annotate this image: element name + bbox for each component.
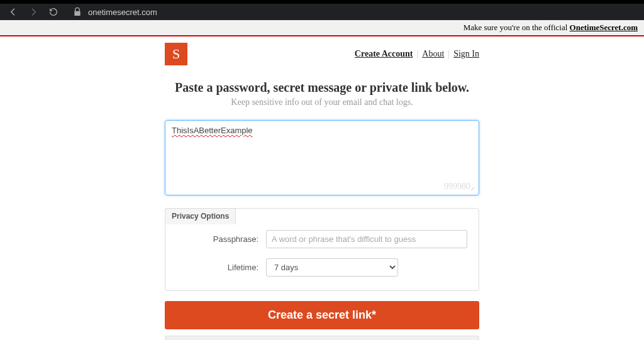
page-heading: Paste a password, secret message or priv… <box>165 80 479 95</box>
address-bar[interactable]: onetimesecret.com <box>72 6 157 18</box>
nav-separator: | <box>448 49 450 59</box>
secret-input-wrap: ThisIsABetterExample 999980 <box>165 120 479 195</box>
privacy-options-panel: Privacy Options Passphrase: Lifetime: 7 … <box>165 208 479 291</box>
privacy-options-tab: Privacy Options <box>165 208 236 224</box>
main-content: S Create Account | About | Sign In Paste… <box>165 43 479 340</box>
browser-toolbar: onetimesecret.com <box>0 0 644 20</box>
lifetime-label: Lifetime: <box>177 263 258 272</box>
nav-separator: | <box>417 49 419 59</box>
header-row: S Create Account | About | Sign In <box>165 43 479 65</box>
passphrase-label: Passphrase: <box>177 234 258 244</box>
banner-text: Make sure you're on the official <box>464 23 570 32</box>
passphrase-input[interactable] <box>266 230 467 248</box>
passphrase-row: Passphrase: <box>177 230 467 248</box>
back-icon[interactable] <box>8 6 19 18</box>
logo-letter: S <box>172 46 180 62</box>
secret-textarea[interactable]: ThisIsABetterExample <box>165 120 479 195</box>
reload-icon[interactable] <box>48 6 59 18</box>
lifetime-row: Lifetime: 7 days <box>177 258 467 277</box>
nav-links: Create Account | About | Sign In <box>355 49 479 59</box>
secret-value: ThisIsABetterExample <box>172 126 253 135</box>
about-link[interactable]: About <box>422 49 444 59</box>
create-account-link[interactable]: Create Account <box>355 49 413 59</box>
char-count: 999980 <box>444 182 470 192</box>
generate-password-button[interactable]: Or generate a random password <box>165 336 479 340</box>
banner-link[interactable]: OnetimeSecret.com <box>570 23 638 32</box>
lock-icon <box>72 6 83 18</box>
url-text: onetimesecret.com <box>88 8 157 17</box>
forward-icon[interactable] <box>28 6 39 18</box>
logo[interactable]: S <box>165 43 187 65</box>
official-banner: Make sure you're on the official Onetime… <box>0 20 644 36</box>
page-subheading: Keep sensitive info out of your email an… <box>165 97 479 107</box>
create-secret-button[interactable]: Create a secret link* <box>165 301 479 329</box>
sign-in-link[interactable]: Sign In <box>453 49 479 59</box>
lifetime-select[interactable]: 7 days <box>266 258 398 277</box>
